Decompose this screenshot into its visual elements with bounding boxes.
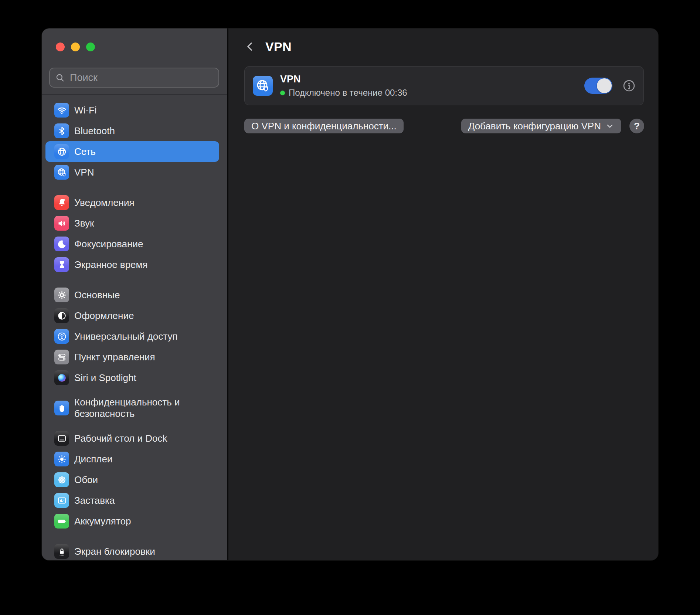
sidebar-nav: Wi-FiBluetoothСетьVPNУведомленияЗвукФоку… <box>42 95 227 560</box>
sidebar-item-label: Конфиденциальность и безопасность <box>74 397 216 419</box>
info-button[interactable] <box>622 79 636 93</box>
sidebar-item-label: Bluetooth <box>74 125 115 137</box>
sidebar-item-wallpaper[interactable]: Обои <box>45 469 219 490</box>
sidebar-item-label: Сеть <box>74 146 96 157</box>
hourglass-icon <box>54 257 69 272</box>
status-dot <box>280 91 285 95</box>
sidebar-item-label: Siri и Spotlight <box>74 372 136 384</box>
sidebar-item-screensaver[interactable]: Заставка <box>45 490 219 511</box>
sidebar-item-siri-spotlight[interactable]: Siri и Spotlight <box>45 367 219 388</box>
flower-icon <box>54 472 69 487</box>
sidebar-item-label: Звук <box>74 218 94 229</box>
vpn-card-meta: VPN Подключено в течение 00:36 <box>280 74 407 98</box>
sidebar-item-network[interactable]: Сеть <box>45 141 219 162</box>
system-settings-window: Wi-FiBluetoothСетьVPNУведомленияЗвукФоку… <box>42 28 658 560</box>
lock-icon <box>54 544 69 559</box>
sidebar-item-battery[interactable]: Аккумулятор <box>45 511 219 531</box>
sidebar-item-sound[interactable]: Звук <box>45 213 219 234</box>
sidebar-item-label: Оформление <box>74 310 134 322</box>
sidebar: Wi-FiBluetoothСетьVPNУведомленияЗвукФоку… <box>42 28 227 560</box>
globe-shield-icon <box>54 165 69 180</box>
bell-icon <box>54 195 69 210</box>
accessibility-icon <box>54 329 69 344</box>
search-input[interactable] <box>69 72 213 84</box>
vpn-app-icon <box>253 76 273 96</box>
sidebar-item-bluetooth[interactable]: Bluetooth <box>45 120 219 141</box>
sun-icon <box>54 452 69 466</box>
sidebar-item-label: Wi-Fi <box>74 105 97 116</box>
minimize-button[interactable] <box>71 43 80 51</box>
sidebar-item-label: Аккумулятор <box>74 516 131 527</box>
toggle-knob <box>597 78 612 93</box>
speaker-icon <box>54 216 69 231</box>
moon-icon <box>54 237 69 251</box>
window-controls <box>42 28 227 51</box>
sidebar-item-label: Экран блокировки <box>74 546 155 557</box>
battery-icon <box>54 514 69 529</box>
globe-icon <box>54 144 69 159</box>
sidebar-item-label: VPN <box>74 167 94 178</box>
sidebar-item-control-center[interactable]: Пункт управления <box>45 347 219 367</box>
sidebar-item-label: Рабочий стол и Dock <box>74 433 167 444</box>
vpn-card: VPN Подключено в течение 00:36 <box>244 66 644 105</box>
sidebar-item-general[interactable]: Основные <box>45 285 219 305</box>
about-vpn-button[interactable]: О VPN и конфиденциальности... <box>244 119 404 133</box>
hand-icon <box>54 401 69 415</box>
desktop-background: Wi-FiBluetoothСетьVPNУведомленияЗвукФоку… <box>0 0 700 615</box>
bluetooth-icon <box>54 123 69 138</box>
sidebar-section-gap <box>45 183 219 192</box>
status-text: Подключено в течение 00:36 <box>289 88 407 98</box>
zoom-button[interactable] <box>86 43 95 51</box>
wifi-icon <box>54 103 69 118</box>
sidebar-item-label: Уведомления <box>74 197 135 208</box>
actions-row: О VPN и конфиденциальности... Добавить к… <box>244 119 644 133</box>
sidebar-item-vpn[interactable]: VPN <box>45 162 219 183</box>
help-button[interactable]: ? <box>629 119 644 133</box>
sidebar-item-focus[interactable]: Фокусирование <box>45 234 219 254</box>
sidebar-section-gap <box>45 531 219 541</box>
content-pane: VPN VPN Подключено в течение 00:36 О VPN… <box>228 28 658 560</box>
sidebar-item-wifi[interactable]: Wi-Fi <box>45 100 219 120</box>
desktop-dock-icon <box>54 431 69 446</box>
vpn-status: Подключено в течение 00:36 <box>280 88 407 98</box>
vpn-toggle[interactable] <box>584 78 612 94</box>
sidebar-item-notifications[interactable]: Уведомления <box>45 192 219 213</box>
control-center-icon <box>54 350 69 364</box>
sidebar-item-label: Обои <box>74 474 98 486</box>
sidebar-item-label: Основные <box>74 289 120 301</box>
sidebar-item-privacy-security[interactable]: Конфиденциальность и безопасность <box>45 388 219 428</box>
sidebar-item-desktop-dock[interactable]: Рабочий стол и Dock <box>45 428 219 449</box>
sidebar-section-gap <box>45 275 219 285</box>
gear-icon <box>54 288 69 302</box>
sidebar-item-label: Экранное время <box>74 259 148 271</box>
add-vpn-config-button[interactable]: Добавить конфигурацию VPN <box>461 119 621 133</box>
close-button[interactable] <box>56 43 65 51</box>
appearance-icon <box>54 308 69 323</box>
page-title: VPN <box>265 40 292 54</box>
sidebar-item-appearance[interactable]: Оформление <box>45 305 219 326</box>
sidebar-item-label: Дисплеи <box>74 453 112 465</box>
sidebar-item-label: Пункт управления <box>74 351 155 363</box>
search-field[interactable] <box>49 68 219 88</box>
sidebar-item-label: Заставка <box>74 495 115 506</box>
sidebar-item-label: Универсальный доступ <box>74 331 178 342</box>
siri-icon <box>54 370 69 385</box>
sidebar-item-accessibility[interactable]: Универсальный доступ <box>45 326 219 347</box>
sidebar-item-screen-time[interactable]: Экранное время <box>45 254 219 275</box>
page-header: VPN <box>244 40 658 54</box>
back-button[interactable] <box>244 40 256 54</box>
sidebar-item-displays[interactable]: Дисплеи <box>45 449 219 469</box>
vpn-card-title: VPN <box>280 74 407 85</box>
search-icon <box>55 73 65 83</box>
add-vpn-config-label: Добавить конфигурацию VPN <box>468 120 601 132</box>
sidebar-item-label: Фокусирование <box>74 238 143 250</box>
screensaver-icon <box>54 493 69 508</box>
sidebar-item-lock-screen[interactable]: Экран блокировки <box>45 541 219 560</box>
chevron-down-icon <box>605 122 614 130</box>
